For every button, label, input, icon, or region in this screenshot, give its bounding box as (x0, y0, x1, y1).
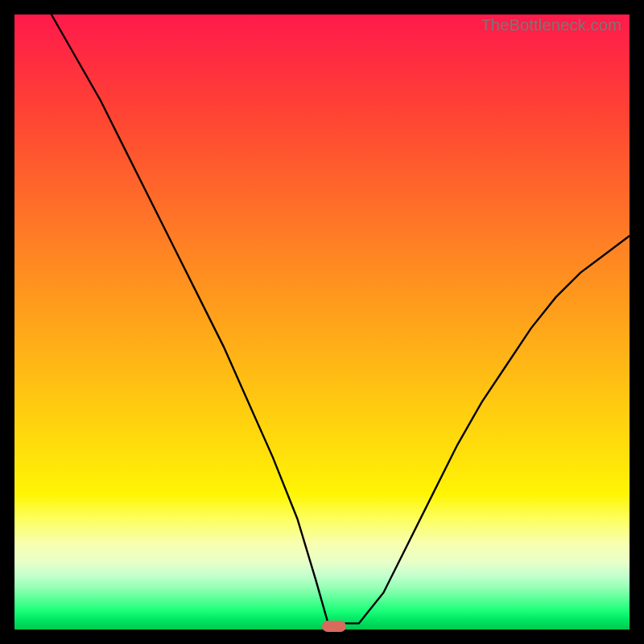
watermark-label: TheBottleneck.com (481, 16, 621, 35)
bottleneck-curve-path (52, 14, 630, 623)
optimum-marker (322, 621, 346, 632)
chart-container: TheBottleneck.com (0, 0, 644, 644)
plot-area: TheBottleneck.com (14, 14, 630, 630)
curve-svg (14, 14, 630, 630)
